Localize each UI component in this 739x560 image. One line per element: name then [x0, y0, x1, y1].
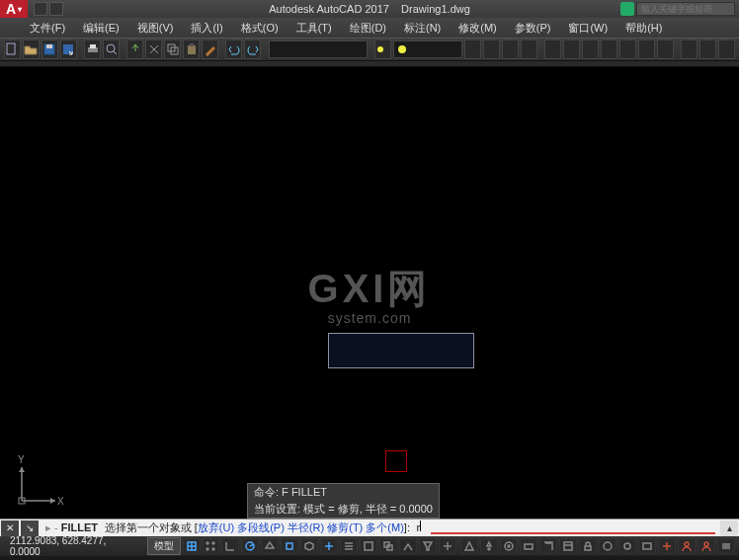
window-title: Autodesk AutoCAD 2017 Drawing1.dwg — [269, 3, 470, 15]
svg-rect-0 — [7, 43, 15, 54]
cmd-option-p[interactable]: 多段线(P) — [237, 521, 285, 533]
menu-window[interactable]: 窗口(W) — [568, 21, 608, 36]
app-logo[interactable]: A — [0, 0, 28, 18]
menu-modify[interactable]: 修改(M) — [458, 21, 497, 36]
menu-help[interactable]: 帮助(H) — [625, 21, 662, 36]
save-icon[interactable] — [41, 40, 58, 59]
status-person-icon[interactable] — [678, 538, 696, 554]
menu-dimension[interactable]: 标注(N) — [404, 21, 441, 36]
menu-parametric[interactable]: 参数(P) — [515, 21, 551, 36]
lock-ui-toggle[interactable] — [579, 538, 597, 554]
annotation-scale[interactable] — [460, 538, 478, 554]
new-icon[interactable] — [4, 40, 21, 59]
clean-screen-toggle[interactable] — [638, 538, 656, 554]
infocenter-icon[interactable] — [620, 2, 634, 16]
search-help-input[interactable] — [636, 2, 735, 16]
standard-toolbar — [0, 38, 739, 61]
drawing-canvas[interactable]: GXI网 system.com X Y 命令: F FILLET 当前设置: 模… — [0, 67, 739, 519]
isolate-objects[interactable] — [618, 538, 636, 554]
tool-icon[interactable] — [601, 40, 617, 59]
preview-icon[interactable] — [103, 40, 120, 59]
status-person2-icon[interactable] — [698, 538, 715, 554]
cmd-option-r[interactable]: 半径(R) — [287, 521, 324, 533]
ortho-toggle[interactable] — [221, 538, 239, 554]
cmd-recent-icon[interactable]: ↘ — [21, 520, 39, 536]
pan-icon[interactable] — [521, 40, 537, 59]
snap-toggle[interactable] — [203, 538, 220, 554]
menu-format[interactable]: 格式(O) — [241, 21, 279, 36]
paste-icon[interactable] — [183, 40, 200, 59]
undo-icon[interactable] — [225, 40, 242, 59]
workspace-combo[interactable] — [269, 40, 368, 58]
isodraft-toggle[interactable] — [261, 538, 279, 554]
publish-icon[interactable] — [126, 40, 143, 59]
menu-edit[interactable]: 编辑(E) — [83, 21, 120, 36]
tool-icon[interactable] — [657, 40, 674, 59]
redo-icon[interactable] — [244, 40, 261, 59]
customize-icon[interactable] — [658, 538, 676, 554]
match-icon[interactable] — [202, 40, 218, 59]
tool-icon[interactable] — [619, 40, 636, 59]
svg-point-33 — [624, 543, 630, 549]
quick-props-toggle[interactable] — [559, 538, 577, 554]
plot-icon[interactable] — [84, 40, 101, 59]
tool-icon[interactable] — [638, 40, 655, 59]
grid-toggle[interactable] — [183, 538, 201, 554]
lineweight-toggle[interactable] — [340, 538, 358, 554]
tool-icon[interactable] — [718, 40, 735, 59]
dynamic-ucs-toggle[interactable] — [399, 538, 417, 554]
svg-rect-2 — [46, 44, 52, 48]
annotation-visibility[interactable] — [480, 538, 498, 554]
tool-icon[interactable] — [544, 40, 561, 59]
tool-icon[interactable] — [563, 40, 580, 59]
command-line-bar: ✕ ↘ ▸ - FILLET 选择第一个对象或 [放弃(U) 多段线(P) 半径… — [0, 519, 739, 536]
selection-rectangle — [328, 333, 474, 368]
transparency-toggle[interactable] — [360, 538, 377, 554]
cmd-close-icon[interactable]: ✕ — [1, 520, 19, 536]
cmd-option-t[interactable]: 修剪(T) — [327, 521, 363, 533]
cursor-pickbox — [385, 450, 407, 472]
zoom-prev-icon[interactable] — [502, 40, 519, 59]
polar-toggle[interactable] — [241, 538, 259, 554]
units-toggle[interactable] — [539, 538, 557, 554]
qat-icon[interactable] — [49, 2, 63, 16]
status-menu-icon[interactable] — [717, 538, 735, 554]
zoom-window-icon[interactable] — [483, 40, 500, 59]
otrack-toggle[interactable] — [320, 538, 338, 554]
open-icon[interactable] — [23, 40, 40, 59]
3dosnap-toggle[interactable] — [300, 538, 318, 554]
zoom-extents-icon[interactable] — [464, 40, 481, 59]
menu-bar: 文件(F) 编辑(E) 视图(V) 插入(I) 格式(O) 工具(T) 绘图(D… — [0, 18, 739, 38]
workspace-switch[interactable] — [500, 538, 518, 554]
menu-tools[interactable]: 工具(T) — [296, 21, 332, 36]
menu-file[interactable]: 文件(F) — [30, 21, 65, 36]
svg-rect-9 — [188, 45, 196, 54]
menu-draw[interactable]: 绘图(D) — [350, 21, 386, 36]
cmd-option-u[interactable]: 放弃(U) — [198, 521, 234, 533]
svg-point-35 — [685, 542, 689, 546]
tool-icon[interactable] — [582, 40, 599, 59]
svg-point-36 — [704, 542, 708, 546]
layer-combo[interactable] — [393, 40, 462, 58]
saveas-icon[interactable] — [60, 40, 77, 59]
layer-icon[interactable] — [374, 40, 391, 59]
osnap-toggle[interactable] — [281, 538, 298, 554]
menu-insert[interactable]: 插入(I) — [191, 21, 222, 36]
cmd-option-m[interactable]: 多个(M) — [366, 521, 404, 533]
svg-point-18 — [212, 542, 214, 544]
quick-access-toolbar — [34, 2, 63, 16]
cut-icon[interactable] — [145, 40, 162, 59]
gizmo-toggle[interactable] — [439, 538, 456, 554]
tool-icon[interactable] — [681, 40, 698, 59]
selection-cycling-toggle[interactable] — [379, 538, 397, 554]
tool-icon[interactable] — [699, 40, 716, 59]
cmd-menu-icon[interactable]: ▴ — [720, 520, 738, 536]
model-tab[interactable]: 模型 — [147, 537, 181, 555]
menu-view[interactable]: 视图(V) — [137, 21, 174, 36]
copy-icon[interactable] — [164, 40, 181, 59]
annotation-monitor[interactable] — [520, 538, 537, 554]
hardware-accel-toggle[interactable] — [599, 538, 616, 554]
svg-rect-10 — [190, 43, 194, 46]
selection-filter-toggle[interactable] — [419, 538, 437, 554]
qat-icon[interactable] — [34, 2, 47, 16]
